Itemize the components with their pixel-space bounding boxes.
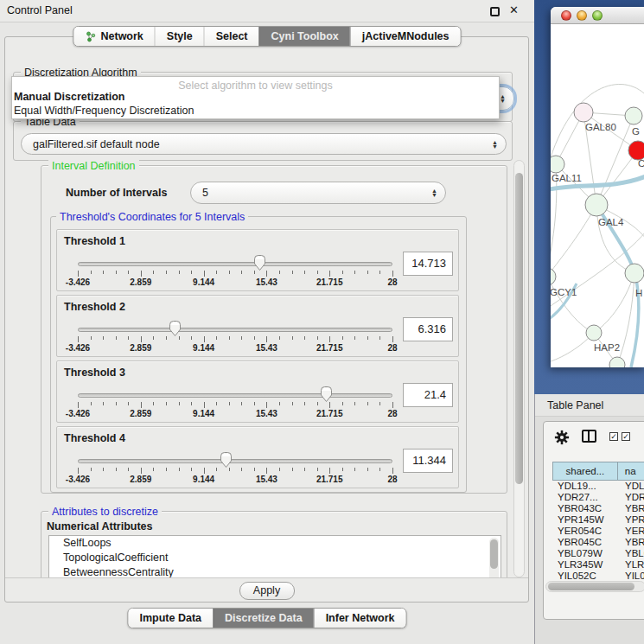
slider-thumb[interactable] xyxy=(219,451,233,469)
close-icon[interactable]: ✕ xyxy=(509,3,519,16)
popup-option-manual-discretization[interactable]: Manual Discretization xyxy=(14,91,125,103)
minimize-traffic-light-icon[interactable] xyxy=(577,10,587,21)
table-cell: YDR2 xyxy=(618,492,644,503)
table-row[interactable]: YLR345WYLR3 xyxy=(552,559,644,571)
threshold-value-field[interactable]: 14.713 xyxy=(403,252,453,276)
tab-discretize-data[interactable]: Discretize Data xyxy=(213,609,314,628)
threshold-value-field[interactable]: 6.316 xyxy=(403,317,453,341)
tick-mark xyxy=(266,402,267,408)
tick-mark xyxy=(179,468,180,471)
tick-mark xyxy=(166,336,167,340)
close-traffic-light-icon[interactable] xyxy=(561,10,571,21)
network-window-titlebar[interactable] xyxy=(551,7,644,24)
tick-mark xyxy=(317,468,318,471)
network-node-gcy1[interactable] xyxy=(551,268,556,285)
tab-label: jActiveMNodules xyxy=(362,30,450,42)
combo-stepper-icon[interactable]: ▲▼ xyxy=(492,140,498,149)
network-node-g[interactable] xyxy=(625,107,642,124)
table-row[interactable]: YDR27...YDR2 xyxy=(552,492,644,503)
threshold-label: Threshold 1 xyxy=(64,235,125,247)
network-edge xyxy=(551,205,596,277)
popup-option-equal-width-frequency[interactable]: Equal Width/Frequency Discretization xyxy=(14,105,194,117)
column-visibility-icon[interactable] xyxy=(582,430,596,443)
float-window-icon[interactable] xyxy=(490,7,500,16)
column-header-na[interactable]: na xyxy=(618,462,644,481)
tick-mark xyxy=(78,271,79,277)
table-cell: YER054C xyxy=(552,526,618,537)
control-panel: Control Panel ✕ NetworkStyleSelectCyni T… xyxy=(0,0,534,644)
table-row[interactable]: YDL19...YDL1 xyxy=(552,481,644,492)
threshold-slider-track[interactable] xyxy=(78,393,392,398)
tick-mark xyxy=(229,336,230,340)
numerical-attributes-list[interactable]: SelfLoopsTopologicalCoefficientBetweenne… xyxy=(48,535,501,577)
threshold-value-field[interactable]: 21.4 xyxy=(403,383,453,407)
panel-scrollbar-thumb[interactable] xyxy=(515,173,523,484)
tick-mark xyxy=(254,336,255,340)
number-of-intervals-combobox[interactable]: 5 ▲▼ xyxy=(190,182,446,204)
table-row[interactable]: YER054CYER0 xyxy=(552,526,644,537)
threshold-slider-track[interactable] xyxy=(78,328,392,332)
checkbox-icon[interactable]: ✓ xyxy=(609,432,618,441)
threshold-slider-track[interactable] xyxy=(78,459,392,463)
attribute-item-betweennesscentrality[interactable]: BetweennessCentrality xyxy=(49,565,501,577)
table-row[interactable]: YBL079WYBL0 xyxy=(552,548,644,559)
checkbox-icon[interactable]: ✓ xyxy=(622,432,630,441)
network-node-gal80[interactable] xyxy=(574,103,593,122)
tick-mark xyxy=(141,336,142,342)
table-row[interactable]: YPR145WYPR1 xyxy=(552,514,644,526)
network-canvas[interactable]: GAL80GCGAL11GAL4GCY1HHAP2 xyxy=(551,24,644,367)
attribute-item-topologicalcoefficient[interactable]: TopologicalCoefficient xyxy=(49,551,501,565)
tick-mark xyxy=(103,468,104,471)
attribute-item-selfloops[interactable]: SelfLoops xyxy=(49,536,501,551)
tab-infer-network[interactable]: Infer Network xyxy=(314,609,406,628)
gear-icon[interactable] xyxy=(554,430,570,445)
network-node-c[interactable] xyxy=(628,141,644,160)
node-table-container: ✓ ✓ shared...na YDL19...YDL1YDR27...YDR2… xyxy=(543,421,644,620)
tick-mark xyxy=(379,402,380,405)
slider-thumb[interactable] xyxy=(168,320,182,337)
column-header-shared[interactable]: shared... xyxy=(552,462,618,481)
threshold-value-field[interactable]: 11.344 xyxy=(403,449,453,473)
table-row[interactable]: YBR043CYBR0 xyxy=(552,503,644,514)
tick-mark xyxy=(292,271,293,274)
combo-stepper-icon[interactable]: ▲▼ xyxy=(431,188,437,197)
tab-label: Style xyxy=(167,30,193,42)
tick-mark xyxy=(292,336,293,340)
scale-label: 21.715 xyxy=(316,409,343,418)
combo-stepper-icon[interactable]: ▲▼ xyxy=(500,94,506,103)
list-scrollbar[interactable] xyxy=(489,538,499,577)
table-data-combobox[interactable]: galFiltered.sif default node ▲▼ xyxy=(21,133,507,155)
list-scrollbar-thumb[interactable] xyxy=(490,539,498,569)
network-node-h[interactable] xyxy=(625,264,644,283)
tick-mark xyxy=(342,271,343,274)
tab-jactivemnodules[interactable]: jActiveMNodules xyxy=(350,27,461,46)
zoom-traffic-light-icon[interactable] xyxy=(592,10,603,21)
table-row[interactable]: YBR045CYBR0 xyxy=(552,537,644,548)
tab-impute-data[interactable]: Impute Data xyxy=(128,609,213,628)
network-node-hap2[interactable] xyxy=(586,325,602,341)
network-node-gal11[interactable] xyxy=(551,156,564,173)
tick-mark xyxy=(367,402,368,405)
table-hscrollbar[interactable] xyxy=(545,581,644,592)
table-cell: YBL0 xyxy=(618,548,644,559)
network-node[interactable] xyxy=(609,357,625,367)
network-node-gal4[interactable] xyxy=(585,194,608,216)
slider-thumb[interactable] xyxy=(252,254,267,271)
panel-scrollbar[interactable] xyxy=(513,160,525,577)
slider-thumb[interactable] xyxy=(319,386,334,403)
tab-style[interactable]: Style xyxy=(155,27,204,46)
threshold-slider-track[interactable] xyxy=(78,262,392,266)
control-panel-titlebar: Control Panel ✕ xyxy=(0,0,534,22)
table-hscrollbar-thumb[interactable] xyxy=(548,583,634,590)
table-cell: YER0 xyxy=(618,526,644,537)
tick-mark xyxy=(216,402,217,405)
threshold-label: Threshold 3 xyxy=(64,367,125,379)
tick-mark xyxy=(229,271,230,274)
tab-select[interactable]: Select xyxy=(204,27,259,46)
tab-network[interactable]: Network xyxy=(73,27,154,46)
tick-mark xyxy=(153,271,154,274)
tab-cyni-toolbox[interactable]: Cyni Toolbox xyxy=(259,27,350,46)
apply-button[interactable]: Apply xyxy=(239,582,295,600)
scale-label: 21.715 xyxy=(316,343,343,353)
tick-mark xyxy=(103,271,104,274)
